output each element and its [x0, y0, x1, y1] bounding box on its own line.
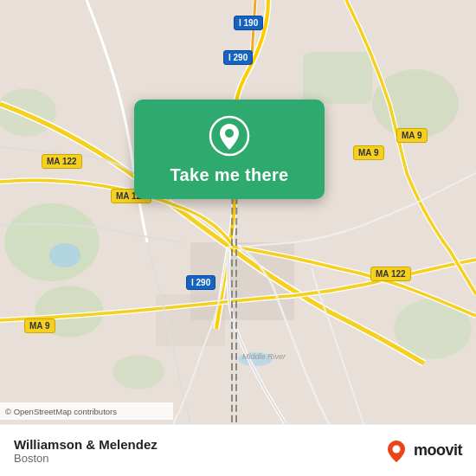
highway-label-i190: I 190	[234, 16, 263, 30]
location-city: Boston	[14, 452, 158, 465]
svg-rect-6	[303, 52, 372, 104]
svg-point-8	[49, 243, 80, 267]
highway-label-ma9-right-mid: MA 9	[353, 145, 384, 160]
bottom-bar: Williamson & Melendez Boston moovit	[0, 424, 476, 476]
highway-label-ma122-right: MA 122	[370, 267, 411, 281]
highway-label-i290-mid: I 290	[186, 275, 215, 290]
action-card[interactable]: Take me there	[134, 100, 325, 199]
svg-point-18	[225, 129, 234, 138]
moovit-logo: moovit	[384, 439, 462, 463]
highway-label-ma9-right-top: MA 9	[396, 128, 428, 143]
highway-label-ma9-left: MA 9	[24, 318, 55, 333]
svg-point-7	[113, 355, 164, 389]
moovit-logo-text: moovit	[414, 441, 462, 460]
location-name: Williamson & Melendez	[14, 437, 158, 452]
svg-text:© OpenStreetMap contributors: © OpenStreetMap contributors	[5, 407, 117, 416]
svg-point-1	[4, 203, 100, 281]
moovit-logo-icon	[384, 439, 408, 463]
svg-text:Middle River: Middle River	[242, 352, 286, 361]
svg-point-19	[392, 445, 400, 453]
map-container: Middle River © OpenStreetMap contributor…	[0, 0, 476, 424]
location-pin-icon	[209, 115, 250, 157]
highway-label-ma122-left: MA 122	[42, 154, 82, 169]
location-info: Williamson & Melendez Boston	[14, 437, 158, 465]
take-me-there-label: Take me there	[170, 165, 289, 185]
highway-label-i290-top: I 290	[223, 50, 253, 65]
